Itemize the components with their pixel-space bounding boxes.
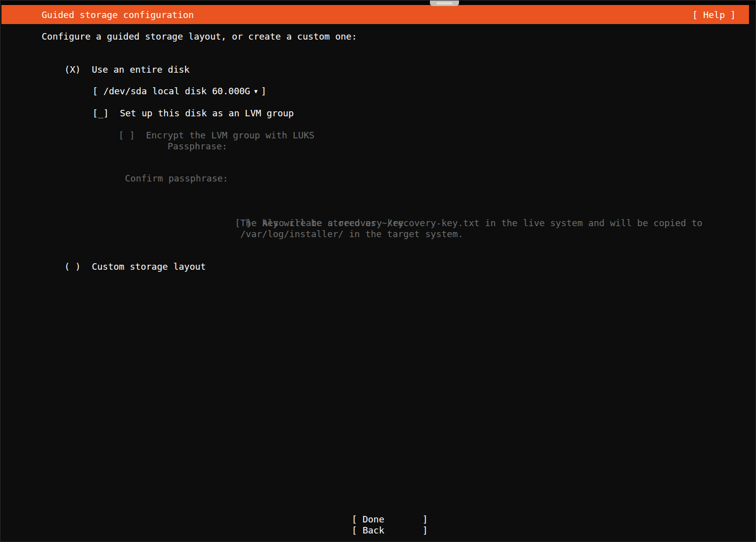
checkbox-state-icon: [_]: [92, 108, 109, 118]
chevron-down-icon: ▼: [254, 86, 258, 97]
done-button[interactable]: [ Done ]: [352, 514, 428, 525]
intro-text: Configure a guided storage layout, or cr…: [42, 31, 357, 42]
confirm-passphrase-label: Confirm passphrase:: [125, 173, 228, 184]
back-button[interactable]: [ Back ]: [352, 525, 428, 536]
drag-handle-icon: [436, 2, 452, 5]
header-bar: Guided storage configuration [ Help ]: [2, 5, 749, 24]
checkbox-label: Encrypt the LVM group with LUKS: [146, 130, 315, 140]
checkbox-luks-encrypt: [ ]Encrypt the LVM group with LUKS: [97, 119, 315, 130]
checkbox-state-icon: [ ]: [118, 130, 135, 140]
radio-state-icon: ( ): [64, 261, 81, 272]
dropdown-close-bracket: ]: [261, 86, 266, 96]
disk-selector-value: /dev/sda local disk 60.000G: [103, 86, 250, 96]
help-button[interactable]: [ Help ]: [692, 5, 736, 24]
radio-state-icon: (X): [64, 64, 81, 75]
page-title: Guided storage configuration: [42, 5, 194, 24]
radio-custom-storage-layout[interactable]: ( )Custom storage layout: [43, 250, 206, 261]
passphrase-label: Passphrase:: [168, 141, 227, 152]
checkbox-lvm-group[interactable]: [_]Set up this disk as an LVM group: [71, 97, 294, 108]
checkbox-label: Set up this disk as an LVM group: [120, 108, 294, 118]
checkbox-recovery-key: [ ]Also create a recovery key: [213, 207, 404, 218]
installer-screen: Guided storage configuration [ Help ] Co…: [0, 0, 756, 542]
recovery-key-description-line2: /var/log/installer/ in the target system…: [240, 229, 463, 240]
recovery-key-description-line1: The key will be stored as ~/recovery-key…: [240, 218, 702, 229]
radio-label: Use an entire disk: [92, 64, 190, 75]
radio-use-entire-disk[interactable]: (X)Use an entire disk: [43, 53, 190, 64]
viewer-overlay-tab[interactable]: [430, 1, 459, 6]
disk-selector-dropdown[interactable]: [ /dev/sda local disk 60.000G▼]: [71, 75, 266, 86]
top-strip: [1, 1, 755, 5]
radio-label: Custom storage layout: [92, 261, 206, 272]
dropdown-open-bracket: [: [92, 86, 103, 96]
